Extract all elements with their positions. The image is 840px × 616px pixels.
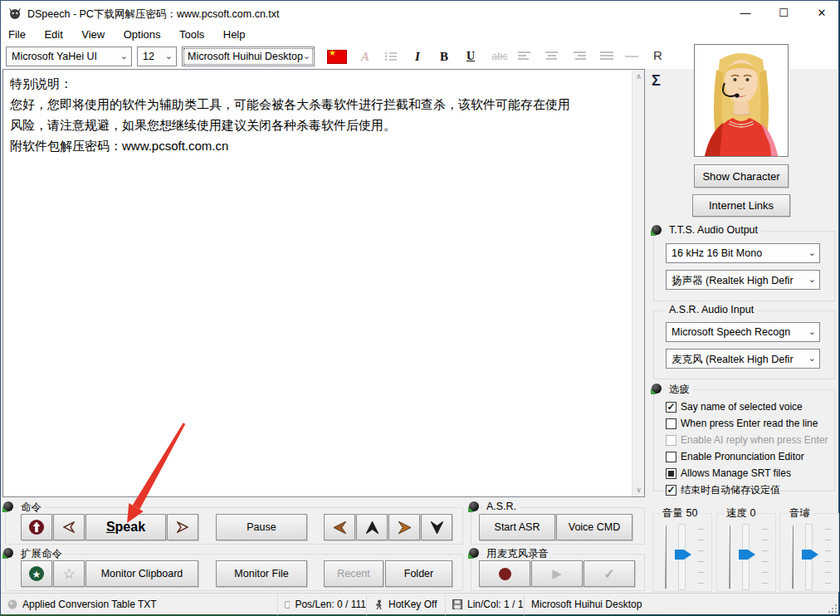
menu-help[interactable]: Help — [216, 26, 253, 43]
star-outline-button[interactable]: ☆ — [53, 560, 85, 587]
china-flag-icon: ★ — [327, 50, 347, 64]
align-justify-button[interactable] — [596, 46, 618, 66]
checkbox-enter-read-line[interactable]: When press Enter read the line — [666, 416, 818, 431]
minimize-button[interactable]: — — [731, 1, 759, 26]
horizontal-rule-button[interactable]: — — [621, 46, 642, 66]
menu-edit[interactable]: Edit — [37, 26, 70, 43]
nav-left-button[interactable] — [324, 514, 355, 540]
align-left-icon — [518, 51, 531, 61]
status-bar: Applied Conversion Table TXT Pos/Len: 0 … — [1, 593, 838, 614]
strikethrough-button[interactable]: abc — [486, 46, 513, 66]
pause-button[interactable]: Pause — [216, 514, 307, 540]
checkbox-pronunciation-editor[interactable]: Enable Pronunciation Editor — [666, 449, 804, 464]
bold-button[interactable]: B — [433, 46, 455, 66]
document-icon — [285, 599, 290, 610]
speed-slider-handle[interactable] — [739, 550, 755, 560]
nav-up-button[interactable] — [356, 514, 388, 540]
editor-content[interactable]: 特别说明： 您好，您即将使用的软件为辅助类工具，可能会被各大杀毒软件进行拦截和查… — [10, 73, 626, 156]
chevron-down-icon: ⌄ — [808, 326, 816, 337]
internet-links-button[interactable]: Internet Links — [692, 194, 790, 217]
start-asr-button[interactable]: Start ASR — [479, 514, 555, 540]
app-icon — [8, 7, 22, 20]
confirm-button: ✓ — [584, 560, 635, 587]
maximize-button[interactable]: ☐ — [769, 1, 798, 26]
checkbox-icon[interactable] — [666, 468, 676, 479]
monitor-file-button[interactable]: Monitor File — [216, 560, 307, 587]
help-sphere-icon[interactable] — [3, 548, 14, 559]
sigma-label[interactable]: Σ — [652, 72, 661, 90]
close-button[interactable]: ✕ — [808, 1, 836, 26]
circle-arrow-icon — [28, 519, 45, 535]
volume-slider-handle[interactable] — [675, 550, 691, 560]
chevron-down-icon: ⌄ — [808, 274, 816, 285]
pitch-slider-handle[interactable] — [802, 550, 818, 560]
record-button[interactable] — [479, 560, 530, 587]
monitor-clipboard-button[interactable]: Monitor Clipboard — [85, 560, 198, 587]
font-size-select[interactable]: 12 ⌄ — [137, 46, 177, 66]
scroll-down-icon[interactable]: ∨ — [632, 483, 645, 496]
hotkey-icon — [374, 599, 383, 610]
strikethrough-icon: abc — [491, 51, 507, 62]
align-center-button[interactable] — [541, 46, 563, 66]
font-family-select[interactable]: Microsoft YaHei UI ⌄ — [6, 46, 132, 66]
r-shortcut-label[interactable]: R — [653, 48, 662, 62]
text-editor[interactable]: 特别说明： 您好，您即将使用的软件为辅助类工具，可能会被各大杀毒软件进行拦截和查… — [2, 69, 645, 497]
help-sphere-icon[interactable] — [652, 384, 662, 394]
nav-down-button[interactable] — [421, 514, 452, 540]
level-indicator — [792, 526, 794, 589]
vertical-scrollbar[interactable]: ∧ ∨ — [632, 70, 644, 496]
tts-format-select[interactable]: 16 kHz 16 Bit Mono ⌄ — [666, 243, 820, 263]
options-label: 选疲 — [666, 383, 693, 397]
bold-icon: B — [440, 50, 448, 64]
speak-updown-button[interactable] — [21, 514, 52, 540]
speak-button[interactable]: Speak — [85, 514, 166, 540]
align-right-button[interactable] — [569, 46, 590, 66]
underline-button[interactable]: U — [460, 46, 481, 66]
help-sphere-icon[interactable] — [652, 225, 662, 236]
editor-line: 附软件包解压密码：www.pcsoft.com.cn — [10, 135, 626, 156]
show-character-button[interactable]: Show Character — [694, 164, 789, 188]
menu-file[interactable]: File — [1, 26, 33, 43]
help-sphere-icon[interactable] — [469, 548, 480, 559]
scroll-up-icon[interactable]: ∧ — [632, 70, 645, 83]
font-color-icon: A — [361, 50, 369, 64]
italic-button[interactable]: I — [407, 46, 428, 66]
voice-cmd-button[interactable]: Voice CMD — [556, 514, 632, 540]
voice-select[interactable]: Microsoft Huihui Desktop ⌄ — [182, 46, 315, 66]
align-left-button[interactable] — [514, 46, 535, 66]
resize-grip[interactable] — [827, 603, 837, 613]
checkbox-autosave-settings[interactable]: 结束时自动储存设定值 — [666, 482, 780, 497]
menu-options[interactable]: Options — [116, 26, 168, 43]
nav-right-button[interactable] — [388, 514, 420, 540]
asr-group: A.S.R. Start ASR Voice CMD — [471, 507, 645, 545]
chevron-down-icon: ⌄ — [808, 353, 816, 364]
checkbox-icon[interactable] — [666, 418, 676, 429]
chevron-down-icon: ⌄ — [303, 51, 310, 61]
volume-slider-group: 音量 50 — [652, 513, 712, 592]
font-color-button[interactable]: A — [354, 46, 376, 66]
speak-next-button[interactable] — [167, 514, 198, 540]
checkbox-say-name[interactable]: Say name of selected voice — [666, 399, 803, 414]
checkbox-manage-srt[interactable]: Allows Manage SRT files — [666, 466, 791, 481]
asr-label: A.S.R. — [483, 501, 520, 512]
language-flag-button[interactable]: ★ — [326, 46, 348, 66]
menu-view[interactable]: View — [74, 26, 112, 43]
speak-prev-button[interactable] — [53, 514, 85, 540]
favorite-star-button[interactable]: ★ — [21, 560, 52, 587]
asr-input-label: A.S.R. Audio Input — [666, 304, 757, 315]
asr-engine-select[interactable]: Microsoft Speech Recogn ⌄ — [666, 322, 820, 342]
asr-device-select[interactable]: 麦克风 (Realtek High Defir ⌄ — [666, 349, 820, 369]
checkbox-icon[interactable] — [666, 452, 676, 462]
tts-device-select[interactable]: 扬声器 (Realtek High Defir ⌄ — [666, 270, 820, 290]
arrowhead-down-icon — [431, 521, 443, 534]
checkbox-icon[interactable] — [666, 402, 676, 413]
checkbox-icon[interactable] — [666, 485, 676, 496]
dspeech-window: DSpeech - PC下载网解压密码：www.pcsoft.com.cn.tx… — [0, 0, 839, 614]
folder-button[interactable]: Folder — [385, 560, 452, 587]
menu-tools[interactable]: Tools — [172, 26, 212, 43]
help-sphere-icon[interactable] — [469, 501, 480, 512]
title-bar: DSpeech - PC下载网解压密码：www.pcsoft.com.cn.tx… — [1, 1, 838, 26]
help-sphere-icon[interactable] — [3, 501, 14, 512]
bullet-list-button[interactable] — [380, 46, 402, 66]
play-icon: ▶ — [552, 566, 562, 581]
